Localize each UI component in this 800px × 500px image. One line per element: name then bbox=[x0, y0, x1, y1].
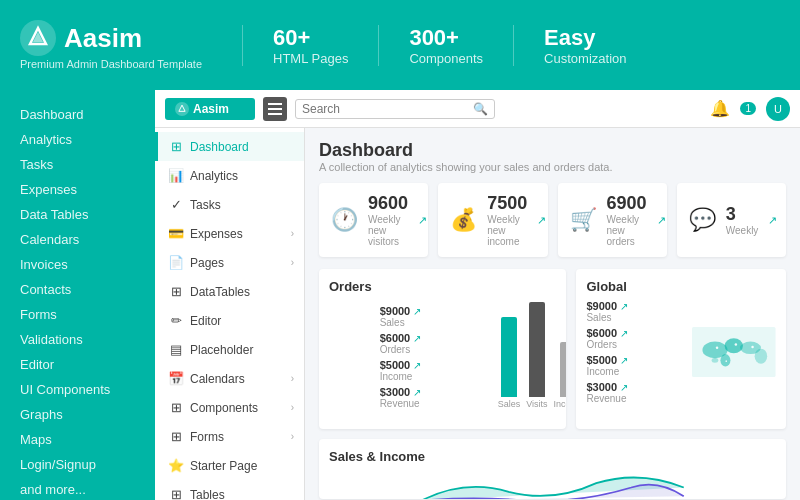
expenses-icon: 💳 bbox=[168, 226, 184, 241]
sidebar-item-dashboard[interactable]: Dashboard bbox=[0, 102, 155, 127]
page-subtitle: A collection of analytics showing your s… bbox=[319, 161, 786, 173]
sidebar-item-tasks[interactable]: Tasks bbox=[0, 152, 155, 177]
starter-icon: ⭐ bbox=[168, 458, 184, 473]
inner-nav-calendars[interactable]: 📅 Calendars › bbox=[155, 364, 304, 393]
orders-income-trend: ↗ bbox=[413, 360, 421, 371]
feature-num-easy: Easy bbox=[544, 25, 626, 51]
inner-nav-analytics-label: Analytics bbox=[190, 169, 238, 183]
global-stats-list: $9000 ↗ Sales $6000 ↗ Orders bbox=[586, 300, 686, 404]
orders-icon: 🛒 bbox=[570, 207, 597, 233]
bar-income-label: Income bbox=[554, 399, 567, 409]
sidebar-item-ui-components[interactable]: UI Components bbox=[0, 377, 155, 402]
sidebar-item-forms[interactable]: Forms bbox=[0, 302, 155, 327]
feature-boxes: 60+ HTML Pages 300+ Components Easy Cust… bbox=[242, 25, 780, 66]
svg-point-12 bbox=[716, 347, 719, 350]
inner-nav-components[interactable]: ⊞ Components › bbox=[155, 393, 304, 422]
global-content: $9000 ↗ Sales $6000 ↗ Orders bbox=[586, 300, 776, 404]
inner-nav-dashboard[interactable]: ⊞ Dashboard bbox=[155, 132, 304, 161]
inner-logo-text: Aasim bbox=[193, 102, 229, 116]
inner-logo: Aasim bbox=[165, 98, 255, 120]
inner-nav-starter[interactable]: ⭐ Starter Page bbox=[155, 451, 304, 480]
sidebar-item-calendars[interactable]: Calendars bbox=[0, 227, 155, 252]
sidebar-item-invoices[interactable]: Invoices bbox=[0, 252, 155, 277]
income-icon: 💰 bbox=[450, 207, 477, 233]
notification-badge: 1 bbox=[740, 102, 756, 115]
orders-panel-title: Orders bbox=[329, 279, 372, 413]
pages-icon: 📄 bbox=[168, 255, 184, 270]
visitors-info: 9600 Weekly new visitors bbox=[368, 193, 408, 247]
main-layout: Dashboard Analytics Tasks Expenses Data … bbox=[0, 90, 800, 500]
sidebar-item-editor[interactable]: Editor bbox=[0, 352, 155, 377]
components-arrow-icon: › bbox=[291, 402, 294, 413]
inner-nav-forms[interactable]: ⊞ Forms › bbox=[155, 422, 304, 451]
svg-point-11 bbox=[712, 358, 719, 363]
bar-sales-bar bbox=[501, 317, 517, 397]
sidebar-item-graphs[interactable]: Graphs bbox=[0, 402, 155, 427]
dashboard-icon: ⊞ bbox=[168, 139, 184, 154]
inner-nav-analytics[interactable]: 📊 Analytics bbox=[155, 161, 304, 190]
visitors-label: Weekly new visitors bbox=[368, 214, 408, 247]
sidebar-item-expenses[interactable]: Expenses bbox=[0, 177, 155, 202]
logo-area: Aasim Premium Admin Dashboard Template bbox=[20, 20, 202, 70]
sidebar-item-more[interactable]: and more... bbox=[0, 477, 155, 500]
content-area: Dashboard A collection of analytics show… bbox=[305, 128, 800, 500]
page-title: Dashboard bbox=[319, 140, 786, 161]
inner-nav-starter-label: Starter Page bbox=[190, 459, 257, 473]
sales-income-title: Sales & Income bbox=[329, 449, 776, 464]
forms-arrow-icon: › bbox=[291, 431, 294, 442]
svg-point-14 bbox=[752, 346, 755, 349]
inner-nav-pages[interactable]: 📄 Pages › bbox=[155, 248, 304, 277]
global-orders-trend: ↗ bbox=[620, 328, 628, 339]
bar-sales: Sales bbox=[498, 317, 521, 409]
bar-visits: Visits bbox=[526, 302, 547, 409]
bar-visits-label: Visits bbox=[526, 399, 547, 409]
inner-nav-expenses[interactable]: 💳 Expenses › bbox=[155, 219, 304, 248]
inner-nav-placeholder[interactable]: ▤ Placeholder bbox=[155, 335, 304, 364]
global-stat-sales: $9000 ↗ Sales bbox=[586, 300, 686, 323]
calendars-icon: 📅 bbox=[168, 371, 184, 386]
inner-nav-datatables[interactable]: ⊞ DataTables bbox=[155, 277, 304, 306]
expenses-arrow-icon: › bbox=[291, 228, 294, 239]
orders-orders-label: Orders bbox=[380, 344, 490, 355]
world-map-svg bbox=[692, 300, 776, 404]
inner-nav-tables[interactable]: ⊞ Tables bbox=[155, 480, 304, 500]
feature-desc-easy: Customization bbox=[544, 51, 626, 66]
feature-num-components: 300+ bbox=[409, 25, 483, 51]
inner-nav-tables-label: Tables bbox=[190, 488, 225, 501]
inner-nav-editor[interactable]: ✏ Editor bbox=[155, 306, 304, 335]
editor-icon: ✏ bbox=[168, 313, 184, 328]
inner-nav-calendars-label: Calendars bbox=[190, 372, 245, 386]
sidebar-item-validations[interactable]: Validations bbox=[0, 327, 155, 352]
orders-sales-label: Sales bbox=[380, 317, 490, 328]
income-trend-icon: ↗ bbox=[537, 214, 546, 227]
svg-point-15 bbox=[726, 360, 728, 362]
components-icon: ⊞ bbox=[168, 400, 184, 415]
inner-nav-dashboard-label: Dashboard bbox=[190, 140, 249, 154]
feature-box-easy: Easy Customization bbox=[513, 25, 656, 66]
topbar-right: 🔔 1 U bbox=[710, 97, 790, 121]
income-info: 7500 Weekly new income bbox=[487, 193, 527, 247]
sidebar-item-contacts[interactable]: Contacts bbox=[0, 277, 155, 302]
hamburger-button[interactable] bbox=[263, 97, 287, 121]
sidebar-item-maps[interactable]: Maps bbox=[0, 427, 155, 452]
logo-subtitle: Premium Admin Dashboard Template bbox=[20, 58, 202, 70]
visitors-icon: 🕐 bbox=[331, 207, 358, 233]
lower-section: Orders $9000 ↗ Sales $6000 ↗ bbox=[319, 269, 786, 429]
search-input[interactable] bbox=[302, 102, 473, 116]
orders-sales-val: $9000 bbox=[380, 305, 411, 317]
analytics-icon: 📊 bbox=[168, 168, 184, 183]
orders-panel: Orders $9000 ↗ Sales $6000 ↗ bbox=[319, 269, 566, 429]
sidebar-item-datatables[interactable]: Data Tables bbox=[0, 202, 155, 227]
inner-nav-tasks[interactable]: ✓ Tasks bbox=[155, 190, 304, 219]
stat-card-visitors: 🕐 9600 Weekly new visitors ↗ bbox=[319, 183, 428, 257]
visitors-num: 9600 bbox=[368, 193, 408, 214]
user-avatar[interactable]: U bbox=[766, 97, 790, 121]
global-panel: Global $9000 ↗ Sales $6000 ↗ bbox=[576, 269, 786, 429]
logo-icon bbox=[20, 20, 56, 56]
sidebar-item-login[interactable]: Login/Signup bbox=[0, 452, 155, 477]
stat-card-income: 💰 7500 Weekly new income ↗ bbox=[438, 183, 547, 257]
sidebar-item-analytics[interactable]: Analytics bbox=[0, 127, 155, 152]
stat-card-orders: 🛒 6900 Weekly new orders ↗ bbox=[558, 183, 667, 257]
inner-nav-tasks-label: Tasks bbox=[190, 198, 221, 212]
notification-icon[interactable]: 🔔 bbox=[710, 99, 730, 118]
